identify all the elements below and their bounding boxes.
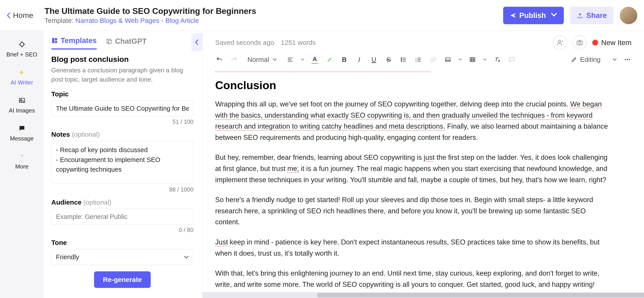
tab-label: Templates: [61, 36, 97, 45]
header-actions: Publish Share: [503, 7, 637, 24]
chevron-down-icon: [301, 59, 304, 61]
strikethrough-button[interactable]: S: [385, 56, 393, 64]
image-icon: [18, 96, 26, 105]
topic-counter: 51 / 100: [51, 118, 194, 125]
rail-label: AI Images: [9, 107, 35, 114]
editor-content[interactable]: Conclusion Wrapping this all up, we've s…: [203, 68, 644, 292]
svg-rect-8: [55, 41, 57, 43]
tab-chatgpt[interactable]: ChatGPT: [106, 36, 147, 50]
table-button[interactable]: [468, 56, 476, 64]
svg-rect-6: [52, 38, 54, 43]
target-icon: [18, 40, 26, 49]
media-button[interactable]: [572, 35, 587, 50]
pencil-icon: [571, 57, 577, 63]
svg-point-3: [21, 155, 22, 156]
regenerate-button[interactable]: Re-generate: [94, 271, 151, 288]
redo-button[interactable]: [230, 56, 238, 64]
rail-ai-images[interactable]: AI Images: [9, 96, 35, 114]
audience-input[interactable]: [51, 209, 194, 225]
clear-format-button[interactable]: [493, 56, 501, 64]
rail-message[interactable]: Message: [10, 124, 34, 142]
panel-title: Blog post conclusion: [51, 55, 194, 64]
chevron-down-icon: [483, 59, 486, 61]
svg-point-4: [22, 155, 22, 156]
paragraph: With that, let's bring this enlightening…: [215, 268, 610, 290]
bullet-list-button[interactable]: [400, 56, 408, 64]
panel-collapse-button[interactable]: [191, 33, 202, 51]
user-avatar[interactable]: [620, 7, 637, 24]
align-button[interactable]: [286, 56, 294, 64]
share-button[interactable]: Share: [570, 7, 614, 24]
chevron-down-icon: [551, 11, 557, 20]
panel-description: Generates a conclusion paragraph given a…: [51, 66, 194, 84]
word-count: 1251 words: [281, 39, 316, 46]
status-label: New Item: [601, 39, 632, 47]
notes-label: Notes (optional): [51, 131, 194, 138]
share-label: Share: [586, 11, 607, 20]
underline-button[interactable]: U: [370, 56, 378, 64]
send-icon: [510, 12, 516, 19]
rail-more[interactable]: More: [15, 152, 28, 170]
home-link[interactable]: Home: [7, 11, 33, 20]
app-header: Home The Ultimate Guide to SEO Copywriti…: [0, 0, 644, 31]
chevron-left-icon: [195, 39, 198, 45]
numbered-list-button[interactable]: 123: [414, 56, 422, 64]
svg-point-14: [401, 61, 402, 62]
save-status: Saved seconds ago: [215, 39, 274, 46]
editing-mode-select[interactable]: Editing: [571, 56, 617, 63]
undo-button[interactable]: [215, 56, 223, 64]
rail-brief-seo[interactable]: Brief + SEO: [6, 40, 38, 58]
rail-label: More: [15, 163, 28, 170]
bolt-icon: [17, 68, 26, 77]
topic-label: Topic: [51, 90, 194, 98]
template-prefix: Template:: [44, 17, 76, 24]
side-panel: Templates ChatGPT Blog post conclusion G…: [44, 31, 203, 298]
svg-point-0: [20, 43, 24, 46]
svg-point-22: [629, 59, 630, 60]
scrollbar-thumb[interactable]: [317, 293, 644, 297]
mode-value: Editing: [580, 56, 600, 63]
rail-label: AI Writer: [10, 79, 33, 86]
svg-point-20: [625, 59, 626, 60]
publish-label: Publish: [519, 11, 546, 20]
svg-point-9: [558, 40, 561, 43]
tone-select[interactable]: Friendly: [51, 249, 194, 265]
audience-counter: 0 / 80: [51, 226, 194, 233]
format-value: Normal: [248, 56, 269, 63]
templates-icon: [51, 37, 58, 44]
svg-point-11: [578, 42, 581, 44]
comment-button[interactable]: [508, 56, 516, 64]
chevron-down-icon: [273, 58, 277, 61]
user-plus-icon: [556, 39, 564, 46]
home-label: Home: [13, 11, 33, 20]
text-color-button[interactable]: A: [311, 56, 319, 64]
template-link[interactable]: Narrato Blogs & Web Pages - Blog Article: [76, 17, 199, 24]
add-collaborator-button[interactable]: [553, 35, 567, 50]
main-layout: Brief + SEO AI Writer AI Images Message …: [0, 31, 644, 298]
bold-button[interactable]: B: [340, 56, 348, 64]
tone-label: Tone: [51, 239, 194, 246]
item-status[interactable]: New Item: [592, 39, 632, 47]
paragraph-format-select[interactable]: Normal: [245, 56, 280, 63]
rail-ai-writer[interactable]: AI Writer: [10, 68, 33, 86]
italic-button[interactable]: I: [355, 56, 363, 64]
chevron-down-icon: [458, 59, 462, 61]
notes-input[interactable]: [51, 141, 194, 183]
heading-conclusion: Conclusion: [215, 79, 610, 92]
publish-button[interactable]: Publish: [503, 7, 564, 24]
link-button[interactable]: [429, 56, 437, 64]
image-button[interactable]: [444, 56, 452, 64]
svg-text:3: 3: [416, 60, 416, 63]
paragraph: Just keep in mind - patience is key here…: [215, 237, 610, 259]
horizontal-scrollbar[interactable]: [203, 292, 644, 298]
chevron-down-icon: [184, 256, 189, 259]
left-rail: Brief + SEO AI Writer AI Images Message …: [0, 31, 44, 298]
svg-rect-19: [470, 58, 475, 62]
highlight-button[interactable]: [326, 56, 334, 64]
svg-point-21: [627, 59, 628, 60]
tone-value: Friendly: [56, 253, 79, 261]
tab-templates[interactable]: Templates: [51, 36, 97, 50]
more-toolbar-button[interactable]: [624, 56, 632, 64]
rail-label: Message: [10, 135, 34, 142]
topic-input[interactable]: [51, 101, 194, 117]
